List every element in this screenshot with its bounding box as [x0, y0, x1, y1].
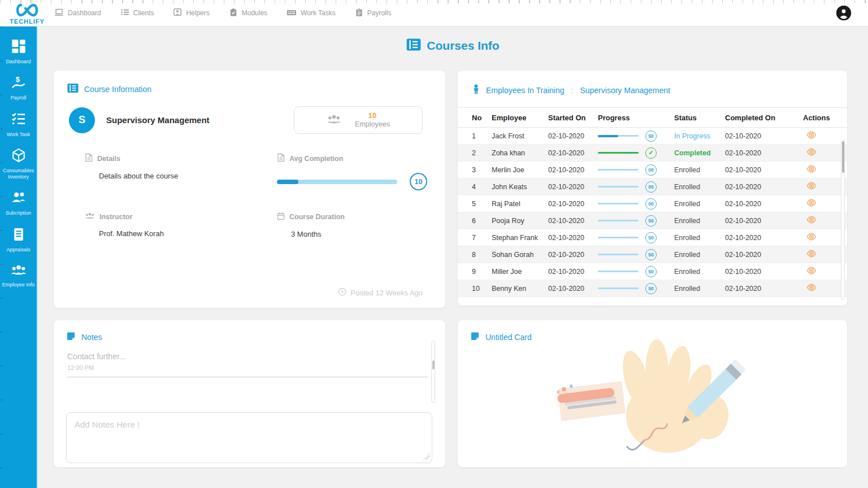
top-navigation: Dashboard Clients Helpers Modules: [54, 8, 391, 19]
row-status: Enrolled: [674, 212, 725, 229]
training-table: No Employee Started On Progress Status C…: [458, 107, 847, 297]
table-scrollbar[interactable]: [841, 140, 845, 300]
table-title-separator: :: [571, 86, 574, 95]
row-started-on: 02-10-2020: [548, 246, 598, 263]
instructor-value: Prof. Mathew Korah: [99, 229, 277, 238]
note-entry[interactable]: Contact further... 12:00 PM: [66, 352, 433, 377]
row-started-on: 02-10-2020: [548, 263, 598, 280]
view-button[interactable]: [805, 198, 818, 210]
row-started-on: 02-10-2020: [548, 162, 598, 178]
person-badge-icon: [173, 8, 182, 18]
untitled-card-title: Untitled Card: [485, 333, 532, 342]
clipboard-lines-icon: [355, 8, 363, 19]
hand-pencil-illustration: [542, 336, 780, 460]
page-file-icon: [277, 153, 285, 164]
row-progress: 50: [598, 280, 674, 297]
clipboard-check-icon: [229, 8, 238, 19]
progress-bar: [598, 220, 639, 221]
app-root: TECHLIFY Dashboard Clients Helpers: [0, 0, 868, 488]
sidebar-item-appraisals[interactable]: Appraisals: [0, 222, 37, 258]
view-button[interactable]: [805, 164, 818, 176]
topnav-label: Work Tasks: [301, 9, 336, 17]
view-button[interactable]: [805, 147, 818, 159]
row-completed-on: 02-10-2020: [725, 195, 797, 212]
employees-count-box: 10 Employees: [294, 106, 423, 134]
row-no: 6: [458, 212, 492, 229]
sidebar-item-dashboard[interactable]: Dashboard: [0, 34, 37, 70]
note-divider: [67, 377, 428, 377]
progress-badge: ✓: [645, 147, 657, 159]
progress-badge: 00: [645, 215, 657, 226]
scrollbar-thumb[interactable]: [842, 141, 844, 173]
details-label: Details: [97, 155, 120, 163]
topnav-item-modules[interactable]: Modules: [229, 8, 267, 19]
row-no: 1: [458, 128, 492, 145]
table-title: Employees In Training: [486, 86, 565, 95]
view-button[interactable]: [805, 249, 818, 260]
row-started-on: 02-10-2020: [548, 128, 598, 145]
row-no: 2: [458, 145, 492, 162]
topnav-item-clients[interactable]: Clients: [120, 8, 154, 18]
status-badge: Enrolled: [674, 200, 700, 208]
row-started-on: 02-10-2020: [548, 212, 598, 229]
list-icon: [120, 8, 129, 18]
employees-count: 10: [368, 111, 376, 120]
status-badge: Enrolled: [674, 166, 700, 174]
page-file-icon: [85, 153, 93, 164]
view-button[interactable]: [805, 181, 818, 193]
view-button[interactable]: [805, 232, 818, 243]
payroll-hand-dollar-icon: $: [11, 75, 26, 92]
course-name: Supervisory Management: [106, 115, 210, 125]
row-employee: Sohan Gorah: [492, 246, 548, 263]
add-notes-textarea[interactable]: [66, 412, 432, 463]
scrollbar-thumb[interactable]: [432, 360, 435, 369]
topnav-item-work-tasks[interactable]: Work Tasks: [287, 8, 336, 18]
course-duration-field: Course Duration 3 Months: [277, 212, 432, 238]
row-progress: ✓: [598, 145, 674, 162]
instructor-label: Instructor: [99, 213, 132, 221]
row-status: Enrolled: [674, 263, 725, 280]
section-title: Course Information: [84, 85, 151, 94]
view-button[interactable]: [805, 130, 818, 142]
table-course-name: Supervisory Management: [580, 86, 670, 95]
sidebar-item-employee-info[interactable]: Employee Info: [0, 258, 37, 293]
user-avatar[interactable]: [836, 6, 851, 20]
progress-bar: [598, 287, 639, 289]
progress-bar: [598, 152, 639, 154]
sidebar-item-subcription[interactable]: Subcription: [0, 185, 37, 221]
row-actions: [797, 246, 847, 263]
sidebar-item-label: Payroll: [11, 95, 27, 101]
notes-scrollbar[interactable]: [431, 341, 435, 403]
sidebar-item-label: Appraisals: [6, 247, 30, 253]
sidebar-item-work-task[interactable]: Work Task: [0, 107, 37, 143]
row-progress: 50: [598, 128, 674, 145]
details-field: Details Details about the course: [85, 153, 277, 190]
progress-badge: 00: [645, 164, 657, 176]
row-status: Enrolled: [674, 178, 725, 195]
row-employee: Benny Ken: [492, 280, 548, 297]
row-actions: [797, 229, 847, 246]
row-progress: 50: [598, 229, 674, 246]
table-row: 8Sohan Gorah02-10-202050Enrolled02-10-20…: [458, 246, 847, 263]
topnav-item-helpers[interactable]: Helpers: [173, 8, 209, 18]
sidebar-item-consumables-inventory[interactable]: Consumables Inventory: [0, 143, 37, 186]
notes-title: Notes: [81, 333, 102, 342]
brand-logo[interactable]: TECHLIFY: [0, 2, 54, 25]
note-icon: [66, 332, 76, 343]
topnav-item-dashboard[interactable]: Dashboard: [54, 8, 101, 18]
status-badge: Enrolled: [674, 217, 700, 225]
view-button[interactable]: [805, 282, 818, 294]
view-button[interactable]: [805, 265, 818, 277]
row-status: Enrolled: [674, 280, 725, 297]
row-actions: [797, 280, 847, 297]
row-status: Enrolled: [674, 195, 725, 212]
sidebar-item-payroll[interactable]: $ Payroll: [0, 70, 37, 106]
table-row: 7Stephan Frank02-10-202050Enrolled02-10-…: [458, 229, 847, 246]
people-icon: [85, 212, 95, 221]
note-entry-text: Contact further...: [67, 352, 433, 361]
view-button[interactable]: [805, 215, 818, 226]
row-started-on: 02-10-2020: [548, 145, 598, 162]
course-duration-label: Course Duration: [289, 213, 345, 221]
progress-badge: 50: [645, 130, 657, 142]
topnav-item-payrolls[interactable]: Payrolls: [355, 8, 392, 19]
